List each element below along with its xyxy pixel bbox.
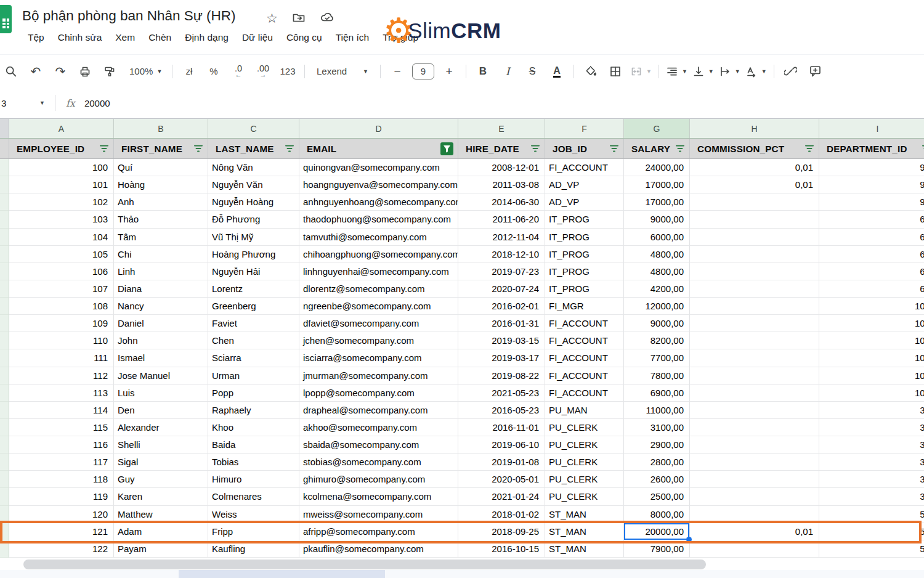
cell-B-106[interactable]: Linh <box>114 263 208 280</box>
cell-E-106[interactable]: 2019-07-23 <box>458 263 545 280</box>
cell-D-114[interactable]: drapheal@somecompany.com <box>299 402 458 419</box>
search-button[interactable] <box>1 61 21 82</box>
row-header[interactable] <box>0 211 9 228</box>
cell-E-107[interactable]: 2020-07-24 <box>458 280 545 298</box>
cell-G-119[interactable]: 2500,00 <box>624 488 690 505</box>
cell-I-116[interactable]: 30 <box>819 436 924 454</box>
cell-C-112[interactable]: Urman <box>208 367 299 385</box>
filter-icon[interactable] <box>285 144 294 153</box>
document-title[interactable]: Bộ phận phòng ban Nhân Sự (HR) <box>22 8 236 24</box>
menu-item-8[interactable]: Tiện ích <box>329 28 376 47</box>
cell-A-100[interactable]: 100 <box>9 159 114 176</box>
row-header[interactable] <box>0 280 9 298</box>
cell-G-117[interactable]: 2800,00 <box>624 454 690 471</box>
row-header[interactable] <box>0 540 9 558</box>
row-header[interactable] <box>0 385 9 402</box>
cell-G-110[interactable]: 8200,00 <box>624 332 690 349</box>
cell-H-121[interactable]: 0,01 <box>690 523 819 540</box>
cell-B-109[interactable]: Daniel <box>114 315 208 332</box>
cell-C-121[interactable]: Fripp <box>208 523 299 540</box>
row-header[interactable] <box>0 315 9 332</box>
cell-A-107[interactable]: 107 <box>9 280 114 298</box>
cell-I-105[interactable]: 60 <box>819 246 924 263</box>
cell-E-113[interactable]: 2021-05-23 <box>458 385 545 402</box>
menu-item-6[interactable]: Dữ liệu <box>235 28 280 47</box>
cell-B-100[interactable]: Quí <box>114 159 208 176</box>
cell-E-100[interactable]: 2008-12-01 <box>458 159 545 176</box>
header-department_id[interactable]: DEPARTMENT_ID <box>819 139 924 158</box>
cell-F-120[interactable]: ST_MAN <box>545 506 624 523</box>
horizontal-align-button[interactable]: ▼ <box>666 61 687 82</box>
header-email[interactable]: EMAIL <box>299 139 458 158</box>
cell-F-112[interactable]: FI_ACCOUNT <box>545 367 624 385</box>
cell-C-115[interactable]: Khoo <box>208 419 299 436</box>
cell-C-101[interactable]: Nguyễn Văn <box>208 176 299 193</box>
cell-I-109[interactable]: 100 <box>819 315 924 332</box>
cell-H-118[interactable] <box>690 471 819 488</box>
cell-A-112[interactable]: 112 <box>9 367 114 385</box>
row-header[interactable] <box>0 332 9 349</box>
cell-F-116[interactable]: PU_CLERK <box>545 436 624 454</box>
cell-I-100[interactable]: 90 <box>819 159 924 176</box>
header-last_name[interactable]: LAST_NAME <box>208 139 299 158</box>
cell-D-117[interactable]: stobias@somecompany.com <box>299 454 458 471</box>
cell-G-111[interactable]: 7700,00 <box>624 349 690 367</box>
cell-A-116[interactable]: 116 <box>9 436 114 454</box>
cell-F-121[interactable]: ST_MAN <box>545 523 624 540</box>
col-letter-I[interactable]: I <box>819 119 924 138</box>
cell-E-108[interactable]: 2016-02-01 <box>458 298 545 315</box>
cell-B-118[interactable]: Guy <box>114 471 208 488</box>
cell-D-113[interactable]: lpopp@somecompany.com <box>299 385 458 402</box>
sheets-logo-icon[interactable] <box>0 5 12 33</box>
cell-F-118[interactable]: PU_CLERK <box>545 471 624 488</box>
decrease-decimal-button[interactable]: .0← <box>229 61 248 82</box>
col-letter-G[interactable]: G <box>624 119 690 138</box>
col-letter-D[interactable]: D <box>299 119 458 138</box>
cell-A-109[interactable]: 109 <box>9 315 114 332</box>
cell-G-121[interactable]: 20000,00 <box>624 523 690 540</box>
cell-G-105[interactable]: 4800,00 <box>624 246 690 263</box>
cell-I-113[interactable]: 100 <box>819 385 924 402</box>
cell-D-116[interactable]: sbaida@somecompany.com <box>299 436 458 454</box>
cell-I-108[interactable]: 100 <box>819 298 924 315</box>
header-commission_pct[interactable]: COMMISSION_PCT <box>690 139 819 158</box>
cell-I-112[interactable]: 100 <box>819 367 924 385</box>
row-header[interactable] <box>0 367 9 385</box>
row-header[interactable] <box>0 454 9 471</box>
cell-A-101[interactable]: 101 <box>9 176 114 193</box>
cell-C-119[interactable]: Colmenares <box>208 488 299 505</box>
cell-G-102[interactable]: 17000,00 <box>624 193 690 211</box>
cell-I-110[interactable]: 100 <box>819 332 924 349</box>
cell-C-114[interactable]: Raphaely <box>208 402 299 419</box>
name-box[interactable]: 3 <box>0 98 39 108</box>
cell-H-119[interactable] <box>690 488 819 505</box>
cell-F-117[interactable]: PU_CLERK <box>545 454 624 471</box>
cell-I-102[interactable]: 90 <box>819 193 924 211</box>
cell-D-101[interactable]: hoangnguyenva@somecompany.com <box>299 176 458 193</box>
cell-A-122[interactable]: 122 <box>9 540 114 558</box>
cell-G-101[interactable]: 17000,00 <box>624 176 690 193</box>
cell-A-108[interactable]: 108 <box>9 298 114 315</box>
move-folder-icon[interactable] <box>292 10 306 26</box>
cell-B-103[interactable]: Thảo <box>114 211 208 228</box>
cell-A-114[interactable]: 114 <box>9 402 114 419</box>
fill-color-button[interactable] <box>581 61 601 82</box>
cell-G-113[interactable]: 6900,00 <box>624 385 690 402</box>
cell-D-107[interactable]: dlorentz@somecompany.com <box>299 280 458 298</box>
redo-button[interactable]: ↷ <box>51 61 70 82</box>
cell-C-113[interactable]: Popp <box>208 385 299 402</box>
cell-I-111[interactable]: 100 <box>819 349 924 367</box>
cell-D-118[interactable]: ghimuro@somecompany.com <box>299 471 458 488</box>
cell-E-117[interactable]: 2019-01-08 <box>458 454 545 471</box>
cell-F-101[interactable]: AD_VP <box>545 176 624 193</box>
cell-G-116[interactable]: 2900,00 <box>624 436 690 454</box>
cell-D-106[interactable]: linhnguyenhai@somecompany.com <box>299 263 458 280</box>
cell-G-115[interactable]: 3100,00 <box>624 419 690 436</box>
cell-A-105[interactable]: 105 <box>9 246 114 263</box>
cell-B-105[interactable]: Chi <box>114 246 208 263</box>
cell-G-104[interactable]: 6000,00 <box>624 229 690 246</box>
cell-E-102[interactable]: 2014-06-30 <box>458 193 545 211</box>
decrease-font-size-button[interactable]: − <box>387 61 407 82</box>
cell-I-118[interactable]: 30 <box>819 471 924 488</box>
cell-C-118[interactable]: Himuro <box>208 471 299 488</box>
